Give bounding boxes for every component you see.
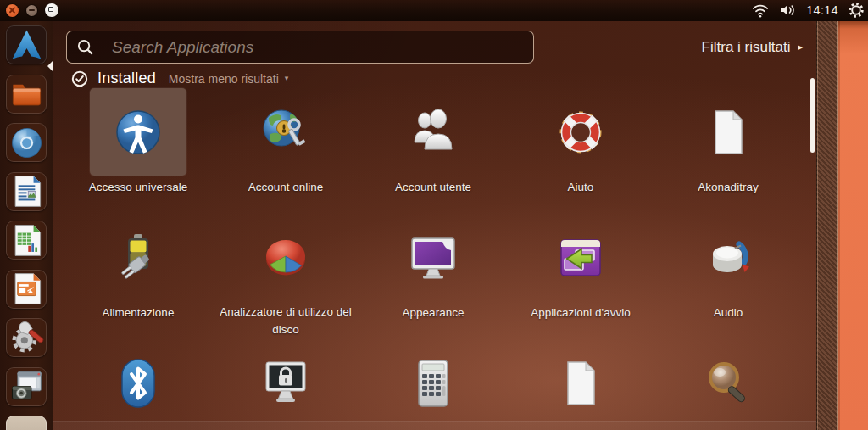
background-window [838, 20, 868, 430]
launcher-item-screenshot-tool[interactable] [6, 367, 47, 406]
app-cell: Akonaditray [654, 88, 802, 214]
user-accounts-icon [406, 105, 460, 159]
app-tile[interactable] [237, 88, 334, 176]
volume-icon[interactable] [779, 3, 796, 17]
filter-results-button[interactable]: Filtra i risultati ▸ [702, 31, 803, 64]
app-cell [359, 339, 507, 430]
search-box[interactable] [66, 31, 534, 64]
settings-wrench-icon [8, 320, 45, 356]
toggle-label: Mostra meno risultati [169, 72, 279, 86]
launcher-item-dash-home[interactable] [6, 25, 47, 64]
section-title: Installed [97, 70, 156, 87]
dash-open-arrow-icon [47, 61, 53, 71]
dash-bottom-divider [53, 421, 816, 430]
launcher [0, 20, 53, 430]
app-cell: Accesso universale [64, 88, 212, 214]
app-cell [64, 339, 212, 430]
installed-section-header: Installed Mostra meno risultati ▾ [71, 70, 288, 87]
accessibility-icon [111, 105, 165, 159]
app-label: Alimentazione [103, 304, 175, 322]
appearance-monitor-icon [406, 231, 460, 285]
dash-overlay: Filtra i risultati ▸ Installed Mostra me… [53, 20, 816, 430]
show-fewer-results-toggle[interactable]: Mostra meno risultati ▾ [169, 72, 288, 86]
app-tile[interactable] [532, 339, 629, 427]
maximize-button[interactable] [45, 3, 58, 17]
lock-screen-icon [259, 356, 313, 410]
screenshot-icon [8, 368, 45, 405]
app-cell: Alimentazione [64, 214, 212, 339]
app-tile[interactable] [680, 88, 776, 176]
app-cell: Applicazioni d'avvio [507, 214, 654, 339]
power-battery-icon [111, 231, 165, 285]
app-cell: Audio [654, 214, 802, 339]
app-label: Account utente [395, 178, 471, 197]
online-accounts-icon [259, 105, 313, 159]
close-button[interactable] [6, 4, 19, 17]
app-cell: Analizzatore di utilizzo del disco [212, 214, 359, 339]
app-tile[interactable] [532, 214, 629, 301]
app-label: Analizzatore di utilizzo del disco [214, 303, 357, 339]
launcher-item-system-settings[interactable] [6, 318, 47, 357]
chevron-down-icon: ▾ [285, 75, 289, 82]
arch-logo-icon [8, 27, 45, 64]
app-cell: Account utente [359, 88, 507, 214]
lo-writer-icon [8, 173, 45, 209]
app-cell: Aiuto [507, 88, 654, 214]
wifi-icon[interactable] [752, 3, 769, 18]
app-tile[interactable] [90, 214, 186, 301]
minimize-button[interactable] [26, 5, 37, 16]
installed-check-icon [71, 70, 88, 87]
app-tile[interactable] [385, 88, 481, 176]
launcher-item-file-manager[interactable] [6, 75, 47, 114]
app-label: Accesso universale [89, 178, 187, 197]
app-label: Akonaditray [698, 178, 758, 197]
app-tile[interactable] [532, 88, 629, 176]
disk-usage-pie-icon [259, 230, 313, 284]
app-tile[interactable] [385, 339, 481, 427]
app-label: Aiuto [568, 178, 594, 197]
session-gear-icon[interactable] [849, 3, 864, 18]
lo-impress-icon [8, 271, 45, 307]
search-input[interactable] [103, 31, 533, 63]
app-cell [507, 339, 654, 430]
top-panel: 14:14 [0, 0, 868, 21]
launcher-item-libreoffice-calc[interactable] [6, 221, 47, 260]
folder-icon [8, 75, 45, 112]
chevron-right-icon: ▸ [798, 42, 803, 52]
help-lifebuoy-icon [554, 105, 608, 159]
app-label: Appearance [403, 304, 465, 322]
filter-results-label: Filtra i risultati [702, 39, 791, 56]
launcher-item-libreoffice-impress[interactable] [6, 270, 47, 309]
plain-document-icon [554, 356, 608, 410]
chromium-icon [8, 125, 45, 161]
clock[interactable]: 14:14 [806, 3, 838, 17]
app-tile[interactable] [90, 339, 186, 427]
app-tile[interactable] [237, 214, 334, 300]
audio-knob-icon [701, 231, 755, 285]
app-label: Applicazioni d'avvio [531, 304, 630, 322]
window-controls [6, 0, 58, 20]
app-cell: Appearance [359, 214, 507, 339]
launcher-item-browser-chromium[interactable] [6, 123, 47, 162]
app-cell [212, 339, 359, 430]
lo-calc-icon [8, 222, 45, 259]
dash-scrollbar-thumb[interactable] [810, 78, 815, 153]
app-tile[interactable] [680, 339, 776, 427]
app-label: Account online [248, 178, 324, 197]
app-grid: Accesso universaleAccount onlineAccount … [64, 88, 804, 430]
launcher-item-libreoffice-writer[interactable] [6, 172, 47, 211]
app-tile[interactable] [680, 214, 776, 301]
search-icon [67, 38, 103, 56]
app-cell [654, 339, 802, 430]
app-tile[interactable] [237, 339, 334, 427]
dash-edge-texture [816, 20, 838, 430]
app-cell: Account online [212, 88, 359, 214]
launcher-item-next-app-partial[interactable] [6, 416, 47, 430]
status-cluster: 14:14 [752, 0, 864, 20]
startup-apps-icon [554, 231, 608, 285]
app-tile[interactable] [385, 214, 481, 301]
app-label: Audio [714, 304, 743, 322]
calculator-icon [406, 356, 460, 410]
bluetooth-icon [111, 356, 165, 410]
app-tile[interactable] [90, 88, 186, 176]
